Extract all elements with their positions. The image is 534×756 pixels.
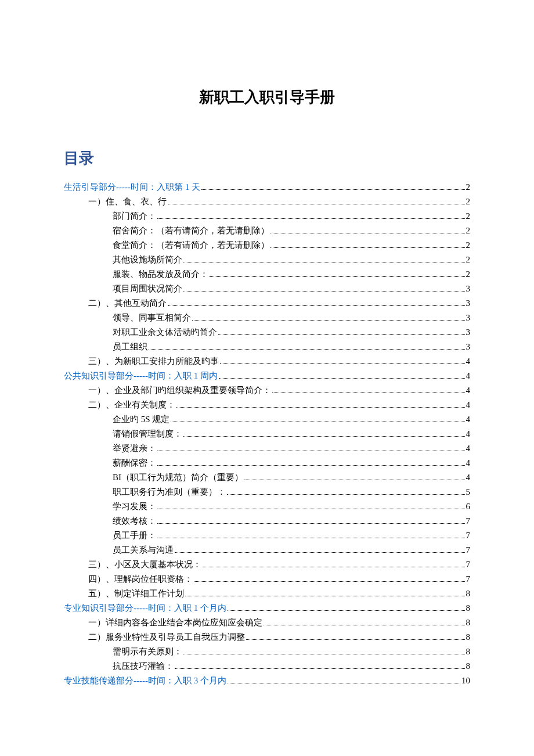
toc-entry-page: 8: [466, 601, 471, 615]
toc-entry-page: 3: [466, 296, 471, 311]
toc-entry: 四）、理解岗位任职资格：7: [64, 572, 470, 586]
toc-dots: [183, 262, 465, 262]
toc-entry: 一）住、食、衣、行2: [64, 195, 470, 209]
toc-entry: 学习发展：6: [64, 499, 470, 514]
toc-entry: 员工关系与沟通7: [64, 543, 470, 557]
toc-dots: [157, 451, 465, 451]
toc-dots: [244, 480, 465, 480]
toc-dots: [157, 523, 465, 524]
toc-entry-page: 4: [466, 427, 471, 441]
toc-entry-page: 2: [466, 180, 471, 195]
toc-entry: 需明示有关原则：8: [64, 645, 470, 659]
toc-dots: [183, 654, 465, 654]
toc-entry-text: 二）、企业有关制度：: [88, 398, 175, 412]
toc-entry-text: 食堂简介：（若有请简介，若无请删除）: [113, 238, 269, 253]
toc-heading: 目录: [64, 148, 470, 168]
toc-entry-page: 4: [466, 412, 471, 427]
toc-entry-page: 3: [466, 311, 471, 325]
toc-dots: [228, 610, 465, 611]
toc-dots: [272, 393, 465, 393]
toc-entry: 绩效考核：7: [64, 514, 470, 528]
toc-dots: [175, 668, 465, 669]
toc-entry-page: 3: [466, 340, 471, 354]
toc-entry-text: 专业技能传递部分-----时间：入职 3 个月内: [64, 674, 226, 688]
toc-entry-text: 专业知识引导部分-----时间：入职 1 个月内: [64, 601, 226, 615]
toc-entry-text: 其他设施场所简介: [113, 253, 182, 267]
toc-entry-text: 服装、物品发放及简介：: [113, 267, 208, 282]
toc-entry-page: 2: [466, 209, 471, 224]
toc-entry: 职工职务行为准则（重要）：5: [64, 485, 470, 499]
toc-entry-text: BI（职工行为规范）简介（重要）: [113, 470, 243, 485]
toc-entry-text: 一）、企业及部门旳组织架构及重要领导简介：: [88, 383, 271, 398]
document-title: 新职工入职引导手册: [64, 87, 470, 107]
toc-entry: 举贤避亲：4: [64, 441, 470, 456]
toc-entry: 项目周围状况简介3: [64, 282, 470, 296]
toc-entry-text: 举贤避亲：: [113, 441, 156, 456]
toc-entry: 服装、物品发放及简介：2: [64, 267, 470, 282]
toc-entry: 二）、其他互动简介3: [64, 296, 470, 311]
toc-entry: 薪酬保密：4: [64, 456, 470, 470]
toc-entry: 五）、制定详细工作计划8: [64, 586, 470, 601]
toc-entry-text: 员工组织: [113, 340, 147, 354]
toc-entry-text: 宿舍简介：（若有请简介，若无请删除）: [113, 224, 269, 238]
toc-entry-text: 领导、同事互相简介: [113, 311, 191, 325]
toc-entry-page: 2: [466, 253, 471, 267]
toc-entry-page: 4: [466, 441, 471, 456]
toc-entry-text: 二）服务业特性及引导员工自我压力调整: [88, 630, 245, 645]
toc-dots: [157, 218, 465, 219]
toc-entry: 三）、小区及大厦基本状况：7: [64, 557, 470, 572]
toc-entry: 二）、企业有关制度：4: [64, 398, 470, 412]
toc-entry-page: 8: [466, 615, 471, 630]
toc-entry-page: 10: [461, 674, 470, 688]
toc-entry[interactable]: 公共知识引导部分-----时间：入职 1 周内4: [64, 369, 470, 383]
toc-entry-page: 4: [466, 456, 471, 470]
toc-entry[interactable]: 专业技能传递部分-----时间：入职 3 个月内10: [64, 674, 470, 688]
toc-dots: [270, 233, 465, 233]
toc-dots: [246, 639, 465, 640]
toc-entry: 部门简介：2: [64, 209, 470, 224]
toc-entry-text: 学习发展：: [113, 499, 156, 514]
toc-entry: 请销假管理制度：4: [64, 427, 470, 441]
toc-entry-text: 需明示有关原则：: [113, 645, 182, 659]
toc-entry-text: 生活引导部分-----时间：入职第 1 天: [64, 180, 200, 195]
toc-dots: [168, 204, 465, 204]
toc-entry[interactable]: 专业知识引导部分-----时间：入职 1 个月内8: [64, 601, 470, 615]
toc-entry-page: 8: [466, 630, 471, 645]
toc-entry-text: 一）详细内容各企业结合本岗位应知应会确定: [88, 615, 262, 630]
toc-entry-text: 一）住、食、衣、行: [88, 195, 167, 209]
toc-entry-text: 三）、为新职工安排力所能及旳事: [88, 354, 219, 369]
toc-entry-page: 2: [466, 195, 471, 209]
toc-entry[interactable]: 生活引导部分-----时间：入职第 1 天2: [64, 180, 470, 195]
toc-entry: 抗压技巧灌输：8: [64, 659, 470, 674]
toc-entry-page: 6: [466, 499, 471, 514]
toc-entry-page: 4: [466, 470, 471, 485]
toc-entry-text: 公共知识引导部分-----时间：入职 1 周内: [64, 369, 218, 383]
toc-dots: [149, 349, 465, 350]
toc-dots: [218, 334, 465, 335]
toc-dots: [210, 276, 465, 277]
toc-entry-text: 员工关系与沟通: [113, 543, 174, 557]
toc-entry-page: 4: [466, 369, 471, 383]
toc-entry: 员工组织3: [64, 340, 470, 354]
toc-dots: [183, 291, 465, 291]
toc-entry-text: 请销假管理制度：: [113, 427, 182, 441]
toc-entry-page: 7: [466, 528, 471, 543]
toc-entry: 食堂简介：（若有请简介，若无请删除）2: [64, 238, 470, 253]
toc-entry: 二）服务业特性及引导员工自我压力调整8: [64, 630, 470, 645]
toc-entry-page: 7: [466, 543, 471, 557]
toc-entry-page: 2: [466, 224, 471, 238]
toc-dots: [183, 436, 465, 437]
toc-entry-page: 4: [466, 398, 471, 412]
toc-entry-text: 四）、理解岗位任职资格：: [88, 572, 193, 586]
toc-entry: BI（职工行为规范）简介（重要）4: [64, 470, 470, 485]
toc-entry-page: 2: [466, 238, 471, 253]
toc-dots: [220, 363, 465, 364]
toc-entry-text: 三）、小区及大厦基本状况：: [88, 557, 201, 572]
toc-dots: [194, 581, 465, 582]
toc-dots: [219, 378, 465, 379]
toc-entry-page: 3: [466, 325, 471, 340]
toc-dots: [176, 407, 465, 408]
toc-entry-text: 职工职务行为准则（重要）：: [113, 485, 226, 499]
toc-dots: [201, 189, 465, 190]
toc-entry: 其他设施场所简介2: [64, 253, 470, 267]
